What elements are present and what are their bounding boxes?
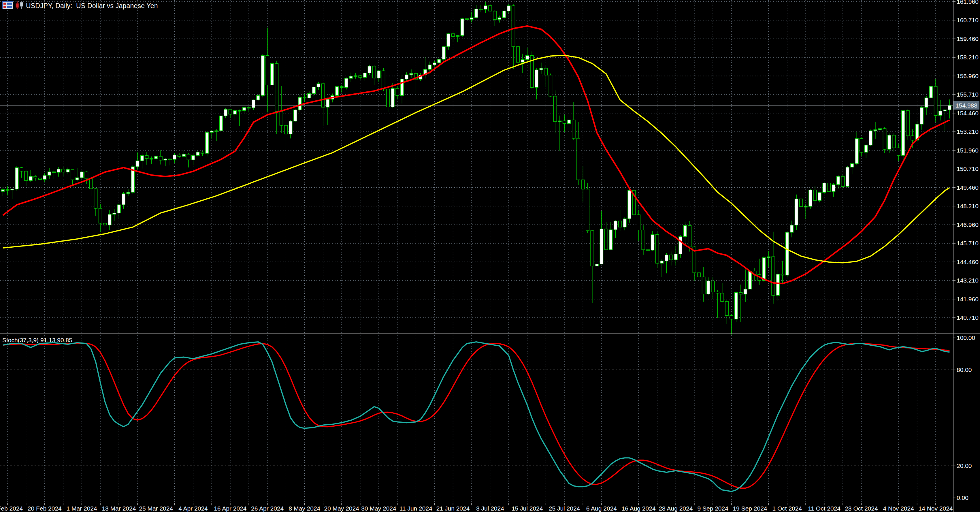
- stoch-signal-line: [3, 343, 950, 488]
- candle-body: [2, 190, 5, 191]
- price-label: 154.460: [957, 110, 978, 116]
- candle-body: [539, 68, 543, 70]
- price-label: 149.460: [957, 184, 978, 191]
- candle-body: [89, 179, 92, 189]
- candle-body: [363, 73, 366, 77]
- candle-body: [349, 76, 353, 78]
- market-watch-icon[interactable]: [2, 1, 13, 9]
- candle-body: [721, 293, 724, 302]
- candle-body: [340, 86, 343, 87]
- candle-body: [656, 235, 659, 264]
- candles-chart-icon[interactable]: [15, 1, 25, 9]
- candle-body: [359, 76, 362, 77]
- candlesticks-layer[interactable]: [2, 2, 951, 334]
- candle-body: [762, 258, 765, 280]
- stoch-axis-label: 80.00: [957, 366, 972, 373]
- candle-body: [484, 5, 487, 9]
- price-label: 143.210: [957, 277, 978, 284]
- candle-body: [730, 316, 733, 319]
- candle-body: [646, 250, 649, 251]
- candle-body: [159, 156, 162, 160]
- time-axis-labels[interactable]: 8 Feb 202420 Feb 20241 Mar 202413 Mar 20…: [0, 503, 953, 512]
- candle-body: [605, 229, 608, 250]
- candle-body: [642, 230, 645, 250]
- candle-body: [224, 109, 227, 116]
- candle-body: [479, 9, 482, 10]
- candle-body: [99, 208, 102, 223]
- candle-body: [312, 87, 315, 94]
- candle-body: [902, 111, 905, 155]
- candle-body: [145, 156, 148, 159]
- ma-fast-red-line: [3, 26, 950, 284]
- candle-body: [776, 274, 780, 295]
- candle-body: [466, 19, 469, 20]
- candle-body: [842, 176, 845, 186]
- candle-body: [201, 152, 204, 153]
- candle-body: [888, 135, 891, 149]
- stoch-indicator-label: Stoch(37,3,9) 91.13 90.85: [2, 337, 72, 343]
- price-label: 146.960: [957, 221, 978, 228]
- candle-body: [554, 96, 557, 122]
- candle-body: [767, 257, 770, 258]
- candle-body: [48, 172, 51, 175]
- candle-body: [734, 293, 738, 319]
- candle-body: [321, 84, 325, 107]
- price-label: 145.710: [957, 240, 978, 246]
- candle-body: [725, 302, 729, 316]
- price-chart-canvas[interactable]: 161.960160.710159.460158.210156.960155.7…: [0, 0, 980, 512]
- candle-body: [447, 34, 450, 47]
- candle-body: [800, 199, 803, 207]
- candle-body: [716, 292, 719, 293]
- candle-body: [43, 175, 46, 179]
- stoch-axis-label: 20.00: [957, 463, 972, 469]
- candle-body: [590, 231, 594, 266]
- candle-body: [619, 221, 622, 227]
- candle-body: [883, 129, 886, 149]
- candle-body: [196, 152, 199, 155]
- bid-price-badge: 154.988: [953, 101, 979, 110]
- date-label: 14 Nov 2024: [918, 505, 953, 512]
- candle-body: [707, 281, 710, 294]
- candle-body: [103, 223, 107, 225]
- candle-body: [71, 170, 74, 180]
- candle-body: [317, 84, 320, 87]
- candle-body: [535, 70, 538, 87]
- candle-body: [846, 167, 849, 186]
- candle-body: [396, 89, 399, 95]
- candle-body: [702, 277, 705, 294]
- candle-body: [818, 192, 821, 200]
- candle-body: [428, 65, 431, 70]
- candle-body: [869, 130, 872, 145]
- date-label: 19 Sep 2024: [733, 505, 767, 512]
- candle-body: [809, 190, 812, 207]
- candle-body: [229, 109, 232, 114]
- candle-body: [739, 293, 742, 294]
- price-label: 150.710: [957, 165, 978, 172]
- candle-body: [6, 190, 9, 191]
- candle-body: [609, 230, 612, 250]
- candle-body: [614, 221, 617, 230]
- candle-body: [711, 281, 714, 292]
- candle-body: [493, 11, 496, 20]
- candle-body: [205, 132, 209, 153]
- candle-body: [595, 264, 598, 266]
- candle-body: [521, 60, 524, 62]
- candle-body: [336, 86, 339, 95]
- date-label: 20 Feb 2024: [28, 505, 62, 512]
- candle-body: [670, 255, 673, 260]
- candle-body: [400, 79, 404, 95]
- candle-body: [442, 47, 445, 59]
- candle-body: [517, 47, 520, 62]
- candle-body: [11, 189, 14, 190]
- candle-body: [294, 110, 297, 121]
- price-label: 161.960: [957, 0, 978, 5]
- candle-body: [772, 257, 775, 295]
- candle-body: [943, 110, 947, 111]
- candle-body: [136, 161, 139, 167]
- candle-body: [488, 5, 492, 11]
- price-label: 148.210: [957, 203, 978, 209]
- candle-body: [391, 89, 394, 107]
- date-label: 11 Oct 2024: [808, 505, 840, 512]
- candle-body: [568, 120, 571, 124]
- candle-body: [456, 35, 459, 36]
